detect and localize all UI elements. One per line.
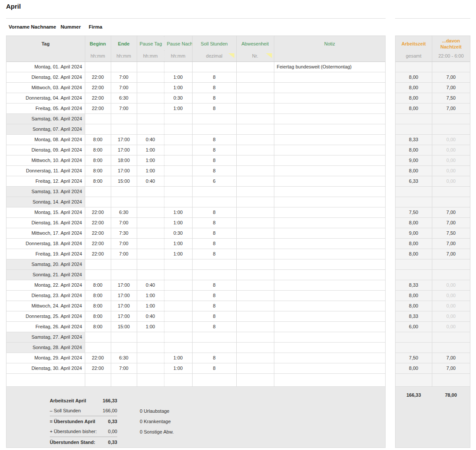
- abwesenheit-cell[interactable]: [236, 124, 274, 134]
- day-cell[interactable]: Montag, 08. April 2024: [6, 134, 85, 145]
- pause-nacht-cell[interactable]: [164, 301, 192, 311]
- nachtzeit-cell[interactable]: 7,00: [432, 207, 470, 217]
- pause-tag-cell[interactable]: 1:00: [137, 145, 164, 155]
- pause-nacht-cell[interactable]: [164, 280, 192, 290]
- notiz-cell[interactable]: [274, 238, 385, 249]
- abwesenheit-cell[interactable]: [236, 249, 274, 259]
- beginn-cell[interactable]: 22:00: [85, 363, 111, 373]
- notiz-cell[interactable]: [274, 134, 385, 145]
- subheader-soll[interactable]: dezimal: [192, 51, 236, 62]
- beginn-cell[interactable]: 22:00: [85, 217, 111, 228]
- soll-cell[interactable]: 8: [192, 72, 236, 82]
- day-cell[interactable]: Donnerstag, 18. April 2024: [6, 238, 85, 249]
- absence-count-krank[interactable]: 0 Krankentage: [140, 419, 171, 424]
- pause-tag-cell[interactable]: [137, 82, 164, 93]
- ende-cell[interactable]: 7:00: [111, 363, 137, 373]
- subheader-pause-tag[interactable]: hh:mm: [137, 51, 164, 62]
- soll-cell[interactable]: 8: [192, 363, 236, 373]
- beginn-cell[interactable]: 22:00: [85, 207, 111, 217]
- soll-cell[interactable]: 8: [192, 82, 236, 93]
- arbeitszeit-cell[interactable]: 8,33: [396, 280, 432, 290]
- ende-cell[interactable]: [111, 113, 137, 124]
- abwesenheit-cell[interactable]: [236, 186, 274, 197]
- nachtzeit-cell[interactable]: [432, 259, 470, 269]
- pause-nacht-cell[interactable]: [164, 342, 192, 353]
- pause-nacht-cell[interactable]: 1:00: [164, 249, 192, 259]
- pause-tag-cell[interactable]: [137, 342, 164, 353]
- day-cell[interactable]: Montag, 29. April 2024: [6, 353, 85, 363]
- ende-cell[interactable]: 7:00: [111, 238, 137, 249]
- notiz-cell[interactable]: [274, 363, 385, 373]
- pause-tag-cell[interactable]: [137, 207, 164, 217]
- ende-cell[interactable]: 17:00: [111, 134, 137, 145]
- arbeitszeit-cell[interactable]: 8,00: [396, 72, 432, 82]
- arbeitszeit-cell[interactable]: [396, 186, 432, 197]
- beginn-cell[interactable]: 22:00: [85, 228, 111, 238]
- arbeitszeit-cell[interactable]: 8,00: [396, 238, 432, 249]
- pause-tag-cell[interactable]: [137, 259, 164, 269]
- subheader-ende[interactable]: hh:mm: [111, 51, 137, 62]
- soll-cell[interactable]: 8: [192, 93, 236, 103]
- notiz-cell[interactable]: [274, 82, 385, 93]
- arbeitszeit-cell[interactable]: 7,50: [396, 207, 432, 217]
- beginn-cell[interactable]: 22:00: [85, 72, 111, 82]
- notiz-cell[interactable]: [274, 290, 385, 301]
- col-header-pause-tag[interactable]: Pause Tag: [137, 36, 164, 51]
- soll-cell[interactable]: 8: [192, 353, 236, 363]
- summary-label[interactable]: – Soll Stunden: [50, 408, 81, 413]
- pause-nacht-cell[interactable]: 1:00: [164, 363, 192, 373]
- day-cell[interactable]: Montag, 15. April 2024: [6, 207, 85, 217]
- day-cell[interactable]: Freitag, 05. April 2024: [6, 103, 85, 113]
- day-cell[interactable]: Freitag, 19. April 2024: [6, 249, 85, 259]
- arbeitszeit-cell[interactable]: 9,00: [396, 228, 432, 238]
- ende-cell[interactable]: [111, 186, 137, 197]
- abwesenheit-cell[interactable]: [236, 238, 274, 249]
- notiz-cell[interactable]: [274, 165, 385, 176]
- soll-cell[interactable]: 8: [192, 207, 236, 217]
- pause-nacht-cell[interactable]: [164, 290, 192, 301]
- pause-nacht-cell[interactable]: 1:00: [164, 82, 192, 93]
- notiz-cell[interactable]: [274, 124, 385, 134]
- summary-value[interactable]: 166,33: [103, 398, 117, 403]
- notiz-cell[interactable]: [274, 259, 385, 269]
- arbeitszeit-cell[interactable]: [396, 197, 432, 207]
- pause-nacht-cell[interactable]: [164, 165, 192, 176]
- person-company-cell[interactable]: Firma: [89, 24, 102, 29]
- day-cell[interactable]: Freitag, 26. April 2024: [6, 321, 85, 332]
- soll-cell[interactable]: [192, 342, 236, 353]
- abwesenheit-cell[interactable]: [236, 207, 274, 217]
- abwesenheit-cell[interactable]: [236, 363, 274, 373]
- nachtzeit-cell[interactable]: [432, 332, 470, 342]
- empty-cell[interactable]: [396, 373, 432, 386]
- nachtzeit-cell[interactable]: 0,00: [432, 290, 470, 301]
- ende-cell[interactable]: 7:30: [111, 228, 137, 238]
- arbeitszeit-cell[interactable]: 8,00: [396, 145, 432, 155]
- day-cell[interactable]: Freitag, 12. April 2024: [6, 176, 85, 186]
- abwesenheit-cell[interactable]: [236, 301, 274, 311]
- beginn-cell[interactable]: 22:00: [85, 103, 111, 113]
- subheader-beginn[interactable]: hh:mm: [85, 51, 111, 62]
- pause-nacht-cell[interactable]: 1:00: [164, 207, 192, 217]
- ende-cell[interactable]: 7:00: [111, 82, 137, 93]
- empty-cell[interactable]: [192, 373, 236, 386]
- pause-tag-cell[interactable]: 1:00: [137, 165, 164, 176]
- ende-cell[interactable]: [111, 259, 137, 269]
- pause-nacht-cell[interactable]: [164, 186, 192, 197]
- beginn-cell[interactable]: 8:00: [85, 145, 111, 155]
- day-cell[interactable]: Mittwoch, 03. April 2024: [6, 82, 85, 93]
- pause-tag-cell[interactable]: [137, 93, 164, 103]
- soll-cell[interactable]: [192, 197, 236, 207]
- abwesenheit-cell[interactable]: [236, 93, 274, 103]
- pause-nacht-cell[interactable]: 0:30: [164, 228, 192, 238]
- notiz-cell[interactable]: [274, 113, 385, 124]
- beginn-cell[interactable]: 8:00: [85, 321, 111, 332]
- person-number-cell[interactable]: Nummer: [61, 24, 81, 29]
- day-cell[interactable]: Dienstag, 30. April 2024: [6, 363, 85, 373]
- notiz-cell[interactable]: [274, 269, 385, 280]
- arbeitszeit-cell[interactable]: 8,00: [396, 165, 432, 176]
- arbeitszeit-cell[interactable]: [396, 342, 432, 353]
- arbeitszeit-cell[interactable]: [396, 269, 432, 280]
- day-cell[interactable]: Samstag, 20. April 2024: [6, 259, 85, 269]
- pause-nacht-cell[interactable]: [164, 134, 192, 145]
- abwesenheit-cell[interactable]: [236, 217, 274, 228]
